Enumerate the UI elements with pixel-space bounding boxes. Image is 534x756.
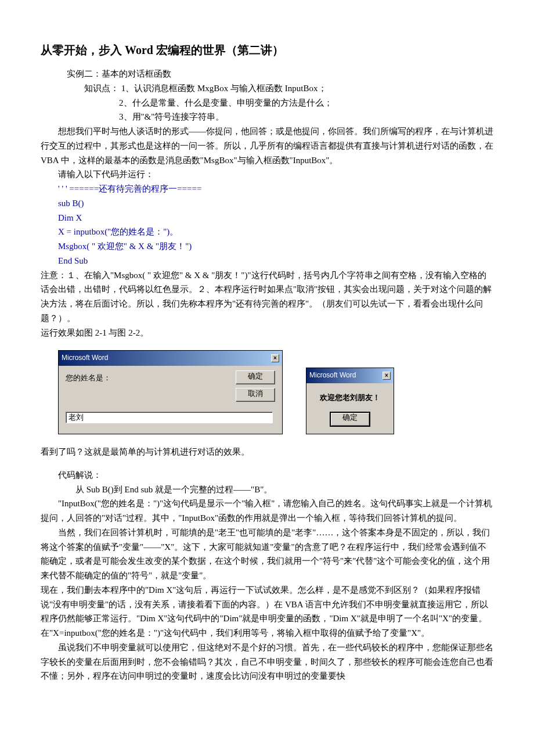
explain-p5: 虽说我们不申明变量就可以使用它，但这绝对不是个好的习惯。首先，在一些代码较长的程… xyxy=(41,640,493,683)
explain-p3: 当然，我们在回答计算机时，可能填的是"老王"也可能填的是"老李"……，这个答案本… xyxy=(41,525,493,583)
dialog-screenshots: Microsoft Word × 您的姓名是： 确定 取消 Microsoft … xyxy=(58,350,493,434)
code-line: End Sub xyxy=(58,254,493,268)
code-line: Msgbox( " 欢迎您" & X & "朋友！") xyxy=(58,239,493,254)
page-title: 从零开始，步入 Word 宏编程的世界（第二讲） xyxy=(41,41,493,60)
note-paragraph: 注意：１、在输入"Msgbox( " 欢迎您" & X & "朋友！")"这行代… xyxy=(41,268,493,326)
explain-p1: 从 Sub B()到 End sub 就是一个完整的过程——"B"。 xyxy=(75,483,493,497)
dialog-title: Microsoft Word xyxy=(309,370,356,381)
explain-p2: "InputBox("您的姓名是：")"这句代码是显示一个"输入框"，请您输入自… xyxy=(41,496,493,525)
code-line: Dim X xyxy=(58,211,493,225)
intro-paragraph: 想想我们平时与他人谈话时的形式——你提问，他回答；或是他提问，你回答。我们所编写… xyxy=(41,124,493,167)
close-icon[interactable]: × xyxy=(271,354,279,362)
knowledge-label: 知识点： xyxy=(84,84,119,93)
knowledge-point-3: 3、用"&"符号连接字符串。 xyxy=(119,110,493,124)
ok-button[interactable]: 确定 xyxy=(330,412,370,427)
knowledge-line: 知识点： 1、认识消息框函数 MxgBox 与输入框函数 InputBox； xyxy=(84,81,493,96)
code-line: ' ' ' ======还有待完善的程序一===== xyxy=(58,182,493,196)
code-prompt: 请输入以下代码并运行： xyxy=(58,167,493,182)
explain-p4: 现在，我们删去本程序中的"Dim X"这句后，再运行一下试试效果。怎么样，是不是… xyxy=(41,583,493,640)
code-line: sub B() xyxy=(58,196,493,211)
input-dialog: Microsoft Word × 您的姓名是： 确定 取消 xyxy=(58,350,283,434)
explain-header: 代码解说： xyxy=(41,468,493,483)
dialog-title: Microsoft Word xyxy=(62,352,108,364)
message-text: 欢迎您老刘朋友！ xyxy=(312,391,388,404)
knowledge-point-2: 2、什么是常量、什么是变量、申明变量的方法是什么； xyxy=(119,96,493,110)
name-input[interactable] xyxy=(66,412,273,423)
dialog-titlebar: Microsoft Word × xyxy=(59,351,282,366)
knowledge-point-1: 1、认识消息框函数 MxgBox 与输入框函数 InputBox； xyxy=(121,84,327,93)
code-line: X = inputbox("您的姓名是：")。 xyxy=(58,225,493,239)
message-dialog: Microsoft Word × 欢迎您老刘朋友！ 确定 xyxy=(306,368,394,434)
cancel-button[interactable]: 取消 xyxy=(236,388,275,402)
close-icon[interactable]: × xyxy=(383,372,391,380)
ok-button[interactable]: 确定 xyxy=(236,370,275,384)
example-label: 实例二：基本的对话框函数 xyxy=(67,67,493,81)
after-dialog-text: 看到了吗？这就是最简单的与计算机进行对话的效果。 xyxy=(41,445,493,459)
runeffect-label: 运行效果如图 2-1 与图 2-2。 xyxy=(41,326,493,340)
dialog-titlebar: Microsoft Word × xyxy=(306,368,394,383)
